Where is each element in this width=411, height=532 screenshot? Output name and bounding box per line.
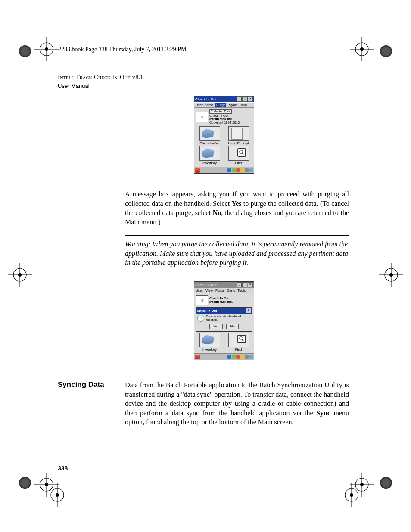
svg-point-11 <box>18 273 22 277</box>
window-title: Check In-Out <box>195 283 217 287</box>
question-icon: ? <box>197 315 204 322</box>
btn-inventory[interactable]: Inventory <box>198 146 222 165</box>
magnifier-icon <box>237 335 246 343</box>
window-titlebar: Check In-Out _ □ × <box>194 282 254 288</box>
no-button[interactable]: No <box>226 324 238 330</box>
svg-point-7 <box>360 47 364 51</box>
crop-dot <box>380 45 392 57</box>
magnifier-icon <box>237 148 246 157</box>
warning-rule-bottom <box>125 271 349 271</box>
menu-view[interactable]: View <box>206 289 213 292</box>
btn-inventory[interactable]: Inventory <box>198 333 222 352</box>
paragraph-sync: Data from the Batch Portable application… <box>125 380 349 427</box>
dialog-titlebar: Check In-Out × <box>196 308 252 314</box>
minimize-icon: _ <box>237 96 242 102</box>
menu-sync[interactable]: Sync <box>229 103 237 107</box>
svg-point-3 <box>45 47 48 51</box>
start-icon[interactable] <box>195 168 200 173</box>
menu-view[interactable]: View <box>206 103 213 107</box>
maximize-icon: □ <box>242 282 247 287</box>
header-rule <box>58 41 355 41</box>
taskbar <box>194 167 254 173</box>
warning-rule-top <box>125 235 349 236</box>
screenshot-figure-2: Check In-Out _ □ × User View Purge Sync … <box>194 281 254 360</box>
taskbar <box>194 353 254 360</box>
crop-dot <box>19 477 31 489</box>
btn-find[interactable]: Find <box>227 333 251 352</box>
brand-company: IntelliTrack Inc. <box>209 300 233 304</box>
svg-point-31 <box>350 493 353 497</box>
yes-button[interactable]: Yes <box>209 324 223 330</box>
page-number: 338 <box>58 465 68 472</box>
window-titlebar: Check In-Out _ □ × <box>194 96 254 102</box>
menubar: User View Purge Sync Tools <box>194 102 254 108</box>
purge-menu-item[interactable]: Collected Data <box>209 109 232 114</box>
confirm-dialog: Check In-Out × ? Do you wish to delete a… <box>196 307 252 332</box>
menu-tools[interactable]: Tools <box>237 289 246 292</box>
title-line1: IntelliTrack Check In-Out v <box>58 74 135 81</box>
title-line2: User Manual <box>58 83 90 89</box>
registration-mark-icon <box>339 483 364 507</box>
menu-user[interactable]: User <box>196 289 203 292</box>
menu-sync[interactable]: Sync <box>227 289 235 292</box>
dialog-close-icon[interactable]: × <box>246 308 251 313</box>
menu-tools[interactable]: Tools <box>239 103 247 107</box>
svg-point-23 <box>56 493 59 497</box>
btn-find[interactable]: Find <box>227 146 251 165</box>
registration-mark-icon <box>379 263 403 287</box>
menu-purge[interactable]: Purge <box>215 289 224 292</box>
start-icon[interactable] <box>195 355 200 359</box>
dialog-message: Do you wish to delete all records? <box>206 315 251 322</box>
close-icon: × <box>248 282 253 287</box>
paragraph-purge: A message box appears, asking you if you… <box>125 190 349 227</box>
window-title: Check In-Out <box>195 97 217 101</box>
menu-user[interactable]: User <box>196 103 203 107</box>
registration-mark-icon <box>45 483 69 507</box>
btn-issue-receipt[interactable]: Issue/Receipt <box>227 126 251 145</box>
doc-title: IntelliTrack Check In-Out v8.1 User Manu… <box>58 73 143 90</box>
maximize-icon: □ <box>242 96 247 102</box>
crop-dot <box>380 477 392 489</box>
close-icon: × <box>248 96 253 102</box>
crop-dot <box>19 45 31 57</box>
menubar: User View Purge Sync Tools <box>194 288 254 293</box>
dialog-title: Check In-Out <box>197 309 217 313</box>
registration-mark-icon <box>8 263 32 287</box>
page-header: 2283.book Page 338 Thursday, July 7, 201… <box>58 46 186 53</box>
page: 2283.book Page 338 Thursday, July 7, 201… <box>0 0 411 532</box>
intellitrack-logo-icon: IT <box>196 112 208 122</box>
btn-check-in-out[interactable]: Check In/Out <box>198 126 222 145</box>
svg-point-15 <box>389 273 393 277</box>
warning-text: Warning: When you purge the collected da… <box>125 240 349 268</box>
section-heading: Syncing Data <box>58 380 104 389</box>
menu-purge[interactable]: Purge <box>215 103 226 107</box>
intellitrack-logo-icon: IT <box>196 295 208 305</box>
registration-mark-icon <box>34 37 59 61</box>
screenshot-figure-1: Check In-Out _ □ × User View Purge Sync … <box>194 96 254 174</box>
brand-copyright: Copyright 1994-2010 <box>209 121 240 124</box>
minimize-icon: _ <box>237 282 242 287</box>
